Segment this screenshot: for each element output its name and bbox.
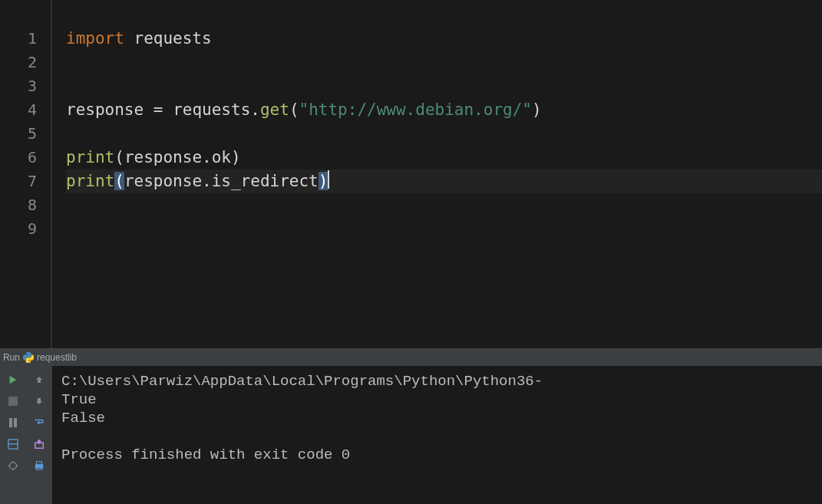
run-script-name: requestlib (37, 352, 77, 363)
stop-button[interactable] (4, 392, 22, 410)
run-body: C:\Users\Parwiz\AppData\Local\Programs\P… (0, 366, 822, 504)
code-line[interactable] (66, 51, 822, 74)
svg-rect-0 (8, 397, 18, 406)
layout-button[interactable] (4, 435, 22, 453)
svg-point-5 (10, 463, 17, 469)
whitespace (144, 100, 154, 119)
module-name: requests (134, 29, 212, 48)
keyword: import (66, 29, 124, 48)
console-line: C:\Users\Parwiz\AppData\Local\Programs\P… (61, 373, 543, 390)
code-line[interactable]: response = requests.get("http://www.debi… (66, 98, 822, 122)
pause-button[interactable] (4, 413, 22, 432)
svg-rect-2 (14, 418, 17, 427)
run-panel-label: Run (3, 352, 20, 363)
code-editor[interactable]: import requests response = requests.get(… (52, 0, 822, 348)
property: ok (212, 148, 231, 166)
editor-area: 1 2 3 4 5 6 7 8 9 import requests respon… (0, 0, 822, 348)
code-line[interactable] (66, 74, 822, 98)
dot: . (202, 148, 212, 166)
svg-rect-4 (8, 443, 18, 444)
python-icon (23, 352, 34, 363)
dot: . (250, 100, 260, 119)
debug-button[interactable] (4, 456, 22, 475)
line-number-gutter: 1 2 3 4 5 6 7 8 9 (0, 0, 52, 348)
code-line[interactable]: print(response.ok) (66, 146, 822, 170)
svg-rect-7 (37, 462, 42, 465)
operator: = (154, 100, 163, 119)
svg-rect-1 (9, 418, 12, 427)
print-button[interactable] (30, 456, 48, 475)
text-cursor (328, 170, 329, 189)
variable: response (66, 100, 144, 119)
run-toolbar-left (0, 366, 26, 504)
run-tool-window: Run requestlib (0, 348, 822, 504)
string-literal: "http://www.debian.org/" (299, 100, 532, 119)
whitespace (124, 29, 134, 48)
export-button[interactable] (30, 435, 48, 453)
console-output[interactable]: C:\Users\Parwiz\AppData\Local\Programs\P… (52, 366, 822, 504)
paren-close-matched: ) (319, 172, 328, 190)
dot: . (202, 172, 212, 190)
builtin-function: print (66, 148, 114, 166)
paren-close: ) (532, 100, 542, 119)
line-number: 5 (0, 122, 37, 146)
console-line: Process finished with exit code 0 (61, 446, 350, 463)
code-line[interactable] (66, 122, 822, 146)
line-number: 6 (0, 146, 37, 170)
line-number: 4 (0, 98, 37, 122)
scroll-up-button[interactable] (30, 371, 48, 389)
scroll-down-button[interactable] (30, 392, 48, 410)
code-line[interactable] (66, 193, 822, 217)
variable: response (124, 172, 202, 190)
line-number: 1 (0, 27, 37, 51)
line-number: 9 (0, 217, 37, 241)
run-toolbar-right (26, 366, 52, 504)
code-line[interactable] (66, 217, 822, 241)
wrap-button[interactable] (30, 413, 48, 432)
console-line: True (61, 391, 97, 408)
paren-open-matched: ( (114, 172, 124, 190)
paren-open: ( (114, 148, 124, 166)
line-number: 3 (0, 74, 37, 98)
run-header: Run requestlib (0, 349, 822, 366)
paren-open: ( (289, 100, 299, 119)
line-number: 8 (0, 193, 37, 217)
code-line-current[interactable]: print(response.is_redirect) (66, 170, 822, 193)
function-call: get (260, 100, 289, 119)
line-number: 2 (0, 51, 37, 74)
code-line[interactable]: import requests (66, 27, 822, 51)
whitespace (163, 100, 173, 119)
line-number: 7 (0, 170, 37, 193)
console-line: False (61, 410, 105, 427)
paren-close: ) (231, 148, 241, 166)
builtin-function: print (66, 172, 114, 190)
variable: response (124, 148, 202, 166)
module-ref: requests (173, 100, 250, 119)
rerun-button[interactable] (4, 371, 22, 389)
property: is_redirect (212, 172, 319, 190)
